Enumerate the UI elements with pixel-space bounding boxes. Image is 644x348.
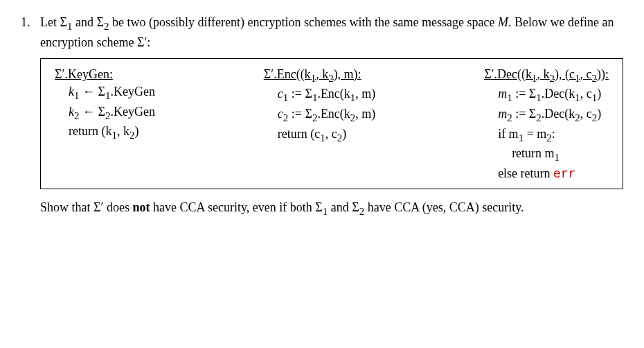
text: if m xyxy=(498,127,519,141)
dec-line-1: m1 := Σ1.Dec(k1, c1) xyxy=(484,85,609,105)
var-m: m xyxy=(498,107,507,121)
text: )): xyxy=(597,67,609,81)
sub-1: 1 xyxy=(320,132,325,143)
text: .KeyGen xyxy=(110,85,154,98)
sub-1: 1 xyxy=(532,72,537,83)
problem-task: Show that Σ′ does not have CCA security,… xyxy=(40,199,623,219)
keygen-column: Σ′.KeyGen: k1 ← Σ1.KeyGen k2 ← Σ2.KeyGen… xyxy=(55,66,155,183)
text: .Dec(k xyxy=(542,107,575,121)
dec-column: Σ′.Dec((k1, k2), (c1, c2)): m1 := Σ1.Dec… xyxy=(484,66,609,183)
text: ), m): xyxy=(334,67,361,81)
text: , c xyxy=(580,87,592,101)
text: ← Σ xyxy=(80,105,105,119)
enc-column: Σ′.Enc((k1, k2), m): c1 := Σ1.Enc(k1, m)… xyxy=(264,66,376,183)
message-space: M xyxy=(498,15,508,29)
text: have CCA (yes, CCA) security. xyxy=(364,200,524,214)
sub-1: 1 xyxy=(507,92,512,103)
sub-2: 2 xyxy=(74,110,80,121)
text: .KeyGen xyxy=(110,105,154,119)
text: := Σ xyxy=(512,107,537,121)
text: ) xyxy=(342,127,346,141)
text: else return xyxy=(498,166,553,180)
sub-2: 2 xyxy=(550,72,555,83)
text: ← Σ xyxy=(80,85,105,98)
err-keyword: err xyxy=(553,167,575,181)
text: := Σ xyxy=(512,87,537,101)
text: .Enc(k xyxy=(317,87,350,101)
var-k: k xyxy=(69,85,74,98)
text: .Dec(k xyxy=(542,87,575,101)
var-k: k xyxy=(69,105,74,119)
scheme-box: Σ′.KeyGen: k1 ← Σ1.KeyGen k2 ← Σ2.KeyGen… xyxy=(40,58,623,189)
sub-1: 1 xyxy=(519,132,524,143)
text: ) xyxy=(597,87,601,101)
var-m: m xyxy=(498,87,507,101)
intro-text: be two (possibly different) encryption s… xyxy=(109,15,498,29)
enc-line-1: c1 := Σ1.Enc(k1, m) xyxy=(264,85,376,105)
text: and Σ xyxy=(328,200,359,214)
text: , k xyxy=(537,67,550,81)
keygen-return: return (k1, k2) xyxy=(55,123,155,143)
text: := Σ xyxy=(288,87,312,101)
problem-intro: Let Σ1 and Σ2 be two (possibly different… xyxy=(40,14,623,51)
text: : xyxy=(552,127,555,141)
sub-1: 1 xyxy=(575,92,580,103)
text: ), (c xyxy=(555,67,575,81)
sub-2: 2 xyxy=(575,112,580,123)
problem-1: 1. Let Σ1 and Σ2 be two (possibly differ… xyxy=(21,14,623,219)
keygen-line-1: k1 ← Σ1.KeyGen xyxy=(55,83,155,103)
text: have CCA security, even if both Σ xyxy=(150,200,322,214)
sub-2: 2 xyxy=(507,112,512,123)
enc-line-2: c2 := Σ2.Enc(k2, m) xyxy=(264,105,376,125)
text: , k xyxy=(117,124,129,138)
sub-1: 1 xyxy=(555,152,560,163)
intro-text: Let Σ xyxy=(40,15,67,29)
text: := Σ xyxy=(288,107,312,121)
text: Σ′.Enc((k xyxy=(264,67,311,81)
text: return (c xyxy=(278,127,320,141)
var-c: c xyxy=(278,87,283,101)
var-c: c xyxy=(278,107,283,121)
text: return m xyxy=(512,146,554,160)
text: , c xyxy=(580,107,592,121)
keygen-line-2: k2 ← Σ2.KeyGen xyxy=(55,103,155,123)
text: , c xyxy=(580,67,592,81)
sub-1: 1 xyxy=(536,92,542,103)
keygen-header: Σ′.KeyGen: xyxy=(55,66,155,83)
sub-2: 2 xyxy=(536,112,542,123)
text: , k xyxy=(316,67,328,81)
sub-2: 2 xyxy=(546,132,552,143)
dec-header: Σ′.Dec((k1, k2), (c1, c2)): xyxy=(484,66,609,86)
dec-return-1: return m1 xyxy=(484,145,609,165)
intro-text: and Σ xyxy=(72,15,103,29)
sub-1: 1 xyxy=(74,90,80,101)
text: return (k xyxy=(69,124,111,138)
sub-2: 2 xyxy=(328,72,334,83)
sub-2: 2 xyxy=(592,72,598,83)
sub-1: 1 xyxy=(311,72,316,83)
text: , m) xyxy=(355,87,375,101)
enc-header: Σ′.Enc((k1, k2), m): xyxy=(264,66,376,86)
text: , m) xyxy=(355,107,375,121)
text: , c xyxy=(325,127,337,141)
dec-else: else return err xyxy=(484,165,609,183)
bold-not: not xyxy=(132,200,150,214)
text: Σ′.Dec((k xyxy=(484,67,532,81)
problem-content: Let Σ1 and Σ2 be two (possibly different… xyxy=(40,14,623,219)
text: .Enc(k xyxy=(317,107,350,121)
text: Show that Σ′ does xyxy=(40,200,132,214)
dec-line-2: m2 := Σ2.Dec(k2, c2) xyxy=(484,105,609,125)
dec-if: if m1 = m2: xyxy=(484,125,609,146)
problem-number: 1. xyxy=(21,14,40,219)
text: ) xyxy=(597,107,601,121)
text: ) xyxy=(134,124,138,138)
text: = m xyxy=(524,127,546,141)
sub-1: 1 xyxy=(575,72,580,83)
sub-1: 1 xyxy=(111,130,117,141)
enc-return: return (c1, c2) xyxy=(264,125,376,146)
